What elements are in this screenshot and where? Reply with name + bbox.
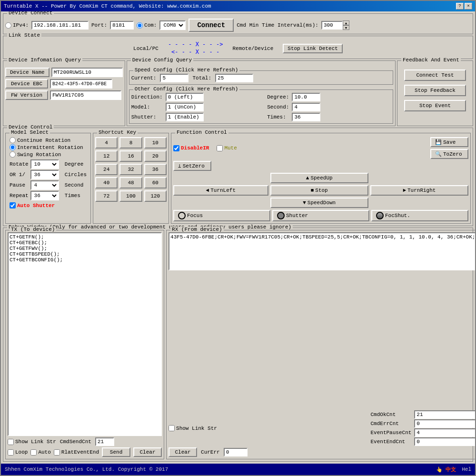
shortcut-12[interactable]: 12 <box>95 150 118 162</box>
turn-right-button[interactable]: TurnRight <box>370 185 468 196</box>
loop-label[interactable]: Loop <box>8 449 28 456</box>
auto-shutter-checkbox[interactable] <box>10 202 16 208</box>
degree-input[interactable] <box>292 93 320 101</box>
spinner-up-button[interactable]: ▲ <box>343 20 349 25</box>
device-ebc-input[interactable] <box>50 79 112 89</box>
device-config-section: Device Config Query Speed Config (Click … <box>127 60 396 126</box>
rotate-select[interactable]: 10 <box>30 159 59 169</box>
swing-rotation-label[interactable]: Swing Rotation <box>10 151 87 158</box>
or1-select[interactable]: 36 <box>30 170 59 179</box>
foc-shut-button[interactable]: FocShut. <box>371 210 468 221</box>
disable-ir-checkbox[interactable] <box>173 145 179 151</box>
cmd-ok-cnt-input[interactable] <box>414 410 475 419</box>
device-name-button[interactable]: Device Name <box>5 68 50 77</box>
speed-down-button[interactable]: SpeedDown <box>270 198 368 208</box>
speed-up-button[interactable]: SpeedUp <box>270 173 368 183</box>
shortcut-8[interactable]: 8 <box>119 137 142 149</box>
rx-show-link-str-checkbox[interactable] <box>169 425 175 431</box>
device-name-input[interactable] <box>51 68 123 77</box>
focus-button[interactable]: Focus <box>173 210 270 221</box>
times-input[interactable] <box>292 113 320 121</box>
turn-left-button[interactable]: TurnLeft <box>173 185 268 196</box>
shortcut-20[interactable]: 20 <box>144 150 167 162</box>
ipv4-radio[interactable] <box>5 22 11 29</box>
cmd-err-cnt-input[interactable] <box>414 419 475 428</box>
stop-link-detect-button[interactable]: Stop Link Detect <box>283 44 343 53</box>
connect-test-button[interactable]: Connect Test <box>404 69 466 81</box>
cur-err-input[interactable] <box>224 448 248 456</box>
disable-ir-label[interactable]: DisableIR <box>173 145 209 151</box>
rlat-event-checkbox[interactable] <box>54 449 60 456</box>
clear-tx-button[interactable]: Clear <box>133 447 162 457</box>
arrow-down-icon <box>303 200 306 206</box>
shortcut-48[interactable]: 48 <box>119 177 142 188</box>
spinner-down-button[interactable]: ▼ <box>343 25 349 30</box>
swing-rotation-radio[interactable] <box>10 151 16 158</box>
total-input[interactable] <box>215 74 253 82</box>
continue-rotation-radio[interactable] <box>10 137 16 143</box>
shortcut-10[interactable]: 10 <box>144 137 167 149</box>
close-button[interactable]: × <box>465 3 472 10</box>
shortcut-4[interactable]: 4 <box>95 137 118 149</box>
show-link-str-checkbox[interactable] <box>8 439 14 445</box>
second-input[interactable] <box>292 103 320 111</box>
continue-rotation-label[interactable]: Continue Rotation <box>10 137 87 143</box>
rx-show-link-str-label[interactable]: Show Link Str <box>169 425 217 431</box>
shortcut-72[interactable]: 72 <box>95 190 118 202</box>
to-zero-button[interactable]: 🔍 ToZero <box>430 149 468 159</box>
shortcut-36[interactable]: 36 <box>144 164 167 175</box>
intermittent-rotation-radio[interactable] <box>10 144 16 150</box>
event-pause-cnt-input[interactable] <box>414 428 475 437</box>
help-footer-text[interactable]: Hel <box>462 466 471 472</box>
shutter-input[interactable] <box>166 113 204 121</box>
rx-textarea[interactable]: 43F5-47D0-6FBE;CR+OK;FWV=FWV1R17C05;CR+O… <box>169 232 475 270</box>
model-input[interactable] <box>166 103 204 111</box>
shortcut-32[interactable]: 32 <box>119 164 142 175</box>
fw-version-button[interactable]: FW Version <box>5 90 48 100</box>
mute-label[interactable]: Mute <box>217 145 237 151</box>
chinese-label[interactable]: 👆 中文 <box>436 466 456 473</box>
rlat-event-label[interactable]: RlatEventEnd <box>54 449 99 456</box>
ipv4-radio-label[interactable]: IPv4: <box>5 22 29 29</box>
auto-checkbox[interactable] <box>30 449 37 456</box>
com-radio[interactable] <box>137 22 143 29</box>
clear-rx-button[interactable]: Clear <box>169 447 197 457</box>
current-input[interactable] <box>160 74 188 82</box>
auto-shutter-label[interactable]: Auto Shutter <box>10 202 87 208</box>
shortcut-24[interactable]: 24 <box>95 164 118 175</box>
connect-button[interactable]: Connect <box>188 19 234 32</box>
stop-event-button[interactable]: Stop Event <box>404 100 466 111</box>
shutter-button[interactable]: Shutter <box>272 210 369 221</box>
ipv4-input[interactable] <box>31 21 89 30</box>
cmd-send-cnt-input[interactable] <box>95 437 114 446</box>
intermittent-rotation-label[interactable]: Intermittent Rotation <box>10 144 87 150</box>
device-ebc-button[interactable]: Device EBC <box>5 79 48 89</box>
com-radio-label[interactable]: Com: <box>137 22 157 29</box>
auto-label[interactable]: Auto <box>30 449 50 456</box>
shortcut-100[interactable]: 100 <box>119 190 142 202</box>
stop-feedback-button[interactable]: Stop Feedback <box>404 85 466 96</box>
cmd-interval-input[interactable] <box>321 21 343 30</box>
send-button[interactable]: Send <box>102 447 130 457</box>
port-input[interactable] <box>110 21 134 30</box>
event-end-cnt-input[interactable] <box>414 437 475 446</box>
direction-input[interactable] <box>166 93 204 101</box>
fw-version-input[interactable] <box>50 90 121 100</box>
speed-config-group[interactable]: Speed Config (Click Here Refresh) Curren… <box>129 70 393 85</box>
show-link-str-label[interactable]: Show Link Str <box>8 439 56 445</box>
other-config-group[interactable]: Other Config (Click Here Refresh) Direct… <box>129 89 393 124</box>
mute-checkbox[interactable] <box>217 145 223 151</box>
shortcut-60[interactable]: 60 <box>144 177 167 188</box>
stop-button[interactable]: Stop <box>270 185 368 196</box>
repeat-select[interactable]: 36 <box>30 191 59 200</box>
com-select[interactable]: COM8 <box>159 20 186 30</box>
set-zero-button[interactable]: ⊥ SetZero <box>173 161 211 171</box>
loop-checkbox[interactable] <box>8 449 14 456</box>
tx-textarea[interactable]: CT+GETFN(); CT+GETEBC(); CT+GETFWV(); CT… <box>8 232 162 436</box>
shortcut-40[interactable]: 40 <box>95 177 118 188</box>
help-button[interactable]: ? <box>456 3 464 10</box>
save-button[interactable]: 💾 Save <box>430 137 468 147</box>
shortcut-16[interactable]: 16 <box>119 150 142 162</box>
shortcut-120[interactable]: 120 <box>144 190 167 202</box>
pause-select[interactable]: 4 <box>30 180 59 190</box>
